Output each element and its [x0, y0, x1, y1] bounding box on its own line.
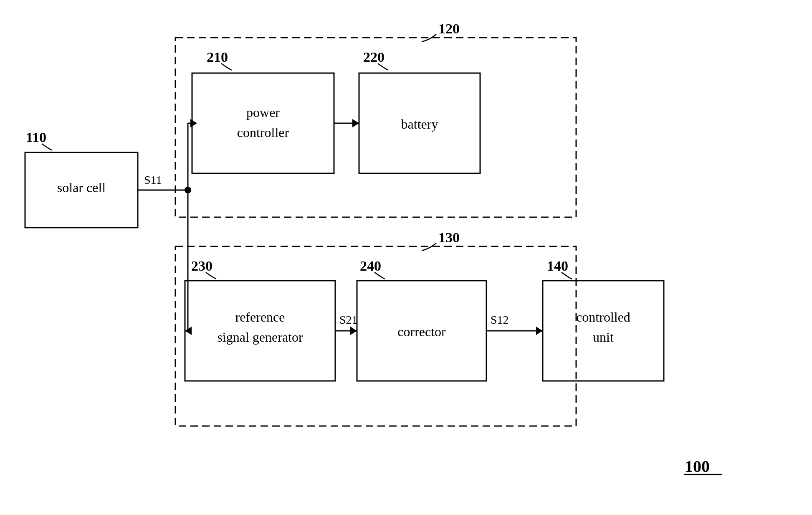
- ref-230-label: 230: [191, 258, 212, 274]
- ref-240-label: 240: [360, 258, 381, 274]
- ref-210-label: 210: [207, 49, 228, 65]
- power-controller-label2: controller: [237, 125, 289, 140]
- ref-220-label: 220: [363, 49, 384, 65]
- power-controller-block: [192, 73, 334, 173]
- ref-100-label: 100: [685, 457, 710, 476]
- arrow-to-power-ctrl: [190, 119, 197, 127]
- arrow-to-controlled: [536, 327, 543, 335]
- ref-140-label: 140: [547, 258, 568, 274]
- controlled-unit-label2: unit: [593, 330, 614, 345]
- ref-110-label: 110: [26, 129, 46, 145]
- battery-label: battery: [401, 117, 438, 132]
- corrector-label: corrector: [397, 324, 446, 339]
- controlled-unit-label1: controlled: [576, 310, 630, 325]
- ref-120-label: 120: [438, 21, 460, 36]
- power-controller-label1: power: [246, 105, 280, 120]
- arrow-to-corrector: [350, 327, 357, 335]
- diagram-container: 120 130 110 solar cell 210 power control…: [0, 0, 812, 515]
- s12-label: S12: [491, 313, 509, 326]
- s11-label: S11: [144, 173, 162, 186]
- arrow-to-battery: [352, 119, 359, 127]
- ref-signal-gen-label1: reference: [235, 310, 285, 325]
- solar-cell-label: solar cell: [57, 180, 106, 195]
- ref-signal-gen-label2: signal generator: [217, 330, 303, 345]
- s21-label: S21: [339, 313, 358, 326]
- ref-130-label: 130: [438, 230, 460, 245]
